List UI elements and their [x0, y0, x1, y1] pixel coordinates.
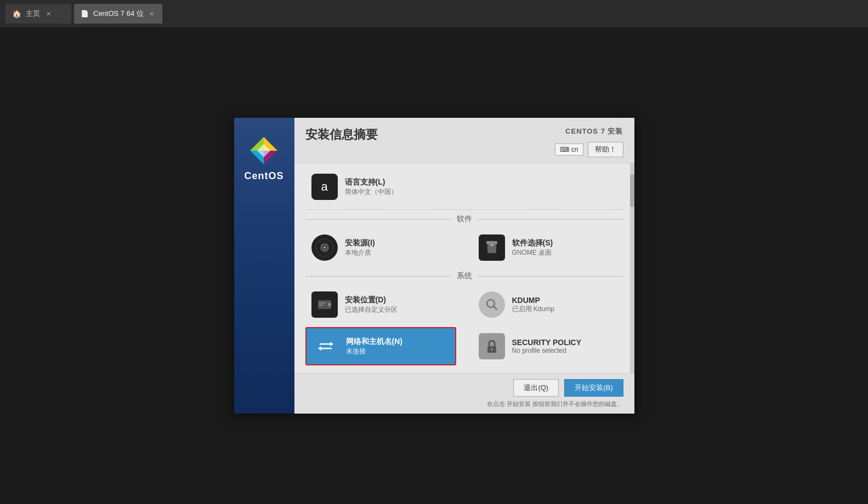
svg-rect-16 [319, 302, 326, 303]
install-dest-icon [311, 291, 338, 318]
tab-centos-close[interactable]: ✕ [148, 10, 156, 18]
tab-home-close[interactable]: ✕ [44, 10, 52, 18]
security-policy-title: SECURITY POLICY [512, 338, 582, 347]
system-section-divider: 系统 [305, 271, 623, 281]
security-policy-text: SECURITY POLICY No profile selected [512, 338, 582, 354]
item-install-source[interactable]: 安装源(I) 本地介质 [305, 230, 456, 266]
software-section-label: 软件 [457, 214, 472, 224]
install-source-title: 安装源(I) [345, 238, 375, 248]
centos-logo-icon [247, 134, 280, 167]
main-area: CentOS 安装信息摘要 CENTOS 7 安装 ⌨ cn 帮助！ [0, 27, 868, 504]
install-source-subtitle: 本地介质 [345, 248, 375, 257]
svg-point-26 [491, 348, 493, 351]
software-items-grid: 安装源(I) 本地介质 [305, 230, 623, 266]
item-software-select[interactable]: 软件选择(S) GNOME 桌面 [473, 230, 623, 266]
centos-logo-container: CentOS [244, 134, 283, 182]
scroll-track[interactable] [630, 163, 634, 373]
item-security-policy[interactable]: SECURITY POLICY No profile selected [473, 327, 623, 365]
keyboard-indicator: ⌨ cn [555, 144, 583, 156]
language-title: 语言支持(L) [345, 177, 398, 187]
svg-point-8 [324, 247, 325, 249]
tab-centos-label: CentOS 7 64 位 [93, 9, 144, 19]
installer-header: 安装信息摘要 CENTOS 7 安装 ⌨ cn 帮助！ [294, 118, 634, 163]
item-kdump[interactable]: KDUMP 已启用 Kdump [473, 287, 623, 323]
item-network[interactable]: 网络和主机名(N) 未连接 [305, 327, 456, 365]
header-right: CENTOS 7 安装 ⌨ cn 帮助！ [555, 127, 623, 157]
network-subtitle: 未连接 [346, 347, 402, 356]
svg-rect-11 [486, 241, 497, 244]
network-icon [312, 333, 339, 360]
software-select-subtitle: GNOME 桌面 [512, 248, 553, 257]
installer-content: a 语言支持(L) 简体中文（中国） 软件 [294, 163, 634, 373]
tab-home[interactable]: 🏠 主页 ✕ [5, 4, 71, 24]
page-title: 安装信息摘要 [305, 127, 378, 143]
exit-button[interactable]: 退出(Q) [513, 379, 559, 397]
kdump-title: KDUMP [512, 296, 554, 305]
software-select-icon [478, 234, 506, 261]
centos-install-label: CENTOS 7 安装 [565, 127, 623, 136]
home-icon: 🏠 [12, 9, 21, 18]
security-policy-subtitle: No profile selected [512, 347, 582, 354]
system-section-label: 系统 [457, 271, 472, 281]
header-controls: ⌨ cn 帮助！ [555, 142, 623, 157]
tab-home-label: 主页 [26, 9, 40, 19]
install-dest-title: 安装位置(D) [345, 295, 398, 305]
svg-rect-17 [319, 305, 324, 306]
installer-footer: 退出(Q) 开始安装(B) 在点击 开始安装 按钮前我们并不会操作您的磁盘。 [294, 373, 634, 414]
svg-rect-12 [490, 244, 493, 246]
start-install-button[interactable]: 开始安装(B) [564, 379, 623, 397]
content-area: 安装信息摘要 CENTOS 7 安装 ⌨ cn 帮助！ [294, 118, 634, 414]
footer-note: 在点击 开始安装 按钮前我们并不会操作您的磁盘。 [305, 400, 623, 408]
sidebar: CentOS [234, 118, 294, 414]
tab-centos-icon: 📄 [81, 10, 89, 18]
item-language[interactable]: a 语言支持(L) 简体中文（中国） [305, 169, 623, 205]
svg-point-18 [483, 296, 501, 313]
install-dest-subtitle: 已选择自定义分区 [345, 305, 398, 314]
system-items-grid: 安装位置(D) 已选择自定义分区 [305, 287, 623, 365]
svg-point-15 [328, 303, 331, 306]
software-select-title: 软件选择(S) [512, 238, 553, 248]
security-policy-icon [478, 333, 506, 360]
item-install-dest[interactable]: 安装位置(D) 已选择自定义分区 [305, 287, 456, 323]
language-subtitle: 简体中文（中国） [345, 187, 398, 197]
help-button[interactable]: 帮助！ [588, 142, 623, 157]
keyboard-locale: cn [571, 146, 578, 153]
install-source-icon [311, 234, 338, 261]
language-text: 语言支持(L) 简体中文（中国） [345, 177, 398, 197]
install-dest-text: 安装位置(D) 已选择自定义分区 [345, 295, 398, 314]
footer-buttons: 退出(Q) 开始安装(B) [305, 379, 623, 397]
kdump-subtitle: 已启用 Kdump [512, 305, 554, 314]
installer-window: CentOS 安装信息摘要 CENTOS 7 安装 ⌨ cn 帮助！ [234, 118, 634, 414]
language-icon: a [311, 173, 338, 201]
software-section-divider: 软件 [305, 214, 623, 224]
tab-centos[interactable]: 📄 CentOS 7 64 位 ✕ [74, 4, 162, 24]
install-source-text: 安装源(I) 本地介质 [345, 238, 375, 257]
centos-brand-text: CentOS [244, 170, 283, 182]
kdump-icon [478, 291, 506, 318]
keyboard-icon: ⌨ [560, 146, 569, 153]
browser-chrome: 🏠 主页 ✕ 📄 CentOS 7 64 位 ✕ [0, 0, 868, 27]
scroll-thumb[interactable] [630, 174, 634, 207]
network-text: 网络和主机名(N) 未连接 [346, 337, 402, 356]
software-select-text: 软件选择(S) GNOME 桌面 [512, 238, 553, 257]
svg-rect-21 [316, 336, 336, 356]
kdump-text: KDUMP 已启用 Kdump [512, 296, 554, 314]
network-title: 网络和主机名(N) [346, 337, 402, 347]
